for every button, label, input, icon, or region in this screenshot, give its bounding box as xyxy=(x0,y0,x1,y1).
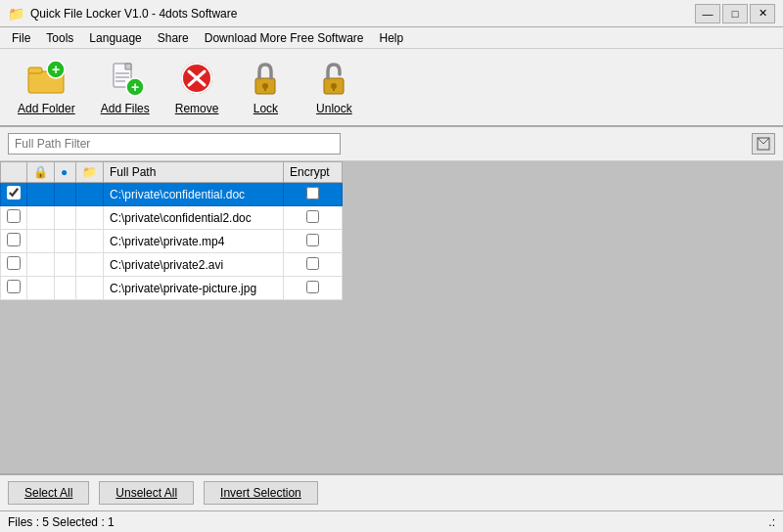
row-lock-icon xyxy=(27,183,55,206)
lock-icon xyxy=(246,59,285,98)
row-encrypt-cell xyxy=(284,206,343,230)
menu-language[interactable]: Language xyxy=(81,27,149,48)
lock-label: Lock xyxy=(253,102,278,115)
row-checkbox-cell xyxy=(1,206,27,230)
svg-text:+: + xyxy=(52,62,60,77)
remove-button[interactable]: Remove xyxy=(167,55,227,119)
table-header: 🔒 ● 📁 Full Path Encrypt xyxy=(1,162,343,183)
add-files-button[interactable]: + Add Files xyxy=(93,55,158,119)
header-fullpath: Full Path xyxy=(104,162,284,183)
menu-share[interactable]: Share xyxy=(150,27,197,48)
row-encrypt-cell xyxy=(284,277,343,300)
row-encrypt-checkbox[interactable] xyxy=(306,257,319,270)
file-table: 🔒 ● 📁 Full Path Encrypt C:\private\confi… xyxy=(0,161,343,300)
row-encrypt-checkbox[interactable] xyxy=(306,234,319,246)
menu-download[interactable]: Download More Free Software xyxy=(197,27,372,48)
svg-text:+: + xyxy=(131,79,139,95)
add-files-label: Add Files xyxy=(101,102,150,115)
row-path: C:\private\private.mp4 xyxy=(104,230,284,253)
close-button[interactable]: ✕ xyxy=(750,4,775,23)
row-encrypt-cell xyxy=(284,183,343,206)
add-folder-label: Add Folder xyxy=(18,102,75,115)
lock-header-icon: 🔒 xyxy=(33,165,48,179)
filter-input[interactable] xyxy=(8,133,341,155)
app-icon: 📁 xyxy=(8,6,24,22)
header-dot: ● xyxy=(55,162,76,183)
row-folder-icon xyxy=(76,183,104,206)
unlock-label: Unlock xyxy=(316,102,352,115)
row-encrypt-checkbox[interactable] xyxy=(306,210,319,223)
row-lock-icon xyxy=(27,277,55,300)
header-encrypt: Encrypt xyxy=(284,162,343,183)
table-container: 🔒 ● 📁 Full Path Encrypt C:\private\confi… xyxy=(0,161,783,473)
row-checkbox-cell xyxy=(1,253,27,277)
folder-header-icon: 📁 xyxy=(82,165,97,179)
header-check xyxy=(1,162,27,183)
invert-selection-button[interactable]: Invert Selection xyxy=(204,481,318,505)
menu-file[interactable]: File xyxy=(4,27,38,48)
row-checkbox-cell xyxy=(1,230,27,253)
row-checkbox-cell xyxy=(1,277,27,300)
select-all-button[interactable]: Select All xyxy=(8,481,89,505)
table-row[interactable]: C:\private\confidential2.doc xyxy=(1,206,343,230)
row-dot-icon xyxy=(55,253,76,277)
row-encrypt-checkbox[interactable] xyxy=(306,281,319,293)
row-checkbox[interactable] xyxy=(7,186,21,200)
main-content: 🔒 ● 📁 Full Path Encrypt C:\private\confi… xyxy=(0,161,783,473)
row-checkbox[interactable] xyxy=(7,233,21,246)
row-dot-icon xyxy=(55,230,76,253)
row-lock-icon xyxy=(27,253,55,277)
row-folder-icon xyxy=(76,277,104,300)
svg-rect-1 xyxy=(28,67,42,73)
row-encrypt-cell xyxy=(284,230,343,253)
row-dot-icon xyxy=(55,183,76,206)
dot-header-icon: ● xyxy=(61,165,68,179)
table-row[interactable]: C:\private\private2.avi xyxy=(1,253,343,277)
status-right: .: xyxy=(768,515,775,529)
title-controls: — □ ✕ xyxy=(695,4,775,23)
svg-rect-19 xyxy=(333,86,335,91)
row-encrypt-cell xyxy=(284,253,343,277)
lock-button[interactable]: Lock xyxy=(236,55,295,119)
row-path: C:\private\confidential.doc xyxy=(104,183,284,206)
maximize-button[interactable]: □ xyxy=(722,4,748,23)
table-row[interactable]: C:\private\private-picture.jpg xyxy=(1,277,343,300)
filter-bar xyxy=(0,127,783,161)
bottom-bar: Select All Unselect All Invert Selection xyxy=(0,473,783,510)
title-left: 📁 Quick File Locker V1.0 - 4dots Softwar… xyxy=(8,6,237,22)
status-text: Files : 5 Selected : 1 xyxy=(8,515,115,529)
unlock-button[interactable]: Unlock xyxy=(304,55,363,119)
row-path: C:\private\private-picture.jpg xyxy=(104,277,284,300)
add-folder-icon: + xyxy=(26,59,66,98)
toolbar: + Add Folder + Add Files xyxy=(0,49,783,127)
add-files-icon: + xyxy=(106,59,145,98)
row-folder-icon xyxy=(76,206,104,230)
menu-tools[interactable]: Tools xyxy=(38,27,81,48)
row-lock-icon xyxy=(27,206,55,230)
table-row[interactable]: C:\private\private.mp4 xyxy=(1,230,343,253)
app-title: Quick File Locker V1.0 - 4dots Software xyxy=(30,7,237,21)
remove-icon xyxy=(177,59,216,98)
row-path: C:\private\confidential2.doc xyxy=(104,206,284,230)
menu-help[interactable]: Help xyxy=(372,27,412,48)
row-dot-icon xyxy=(55,277,76,300)
row-lock-icon xyxy=(27,230,55,253)
row-encrypt-checkbox[interactable] xyxy=(306,187,319,200)
remove-label: Remove xyxy=(175,102,219,115)
add-folder-button[interactable]: + Add Folder xyxy=(10,55,83,119)
row-folder-icon xyxy=(76,253,104,277)
minimize-button[interactable]: — xyxy=(695,4,720,23)
row-checkbox[interactable] xyxy=(7,209,21,223)
header-lock: 🔒 xyxy=(27,162,55,183)
row-checkbox[interactable] xyxy=(7,256,21,270)
filter-button[interactable] xyxy=(752,133,775,155)
status-bar: Files : 5 Selected : 1 .: xyxy=(0,510,783,532)
title-bar: 📁 Quick File Locker V1.0 - 4dots Softwar… xyxy=(0,0,783,27)
row-checkbox[interactable] xyxy=(7,280,21,293)
unselect-all-button[interactable]: Unselect All xyxy=(99,481,194,505)
svg-rect-16 xyxy=(264,86,266,91)
menu-bar: File Tools Language Share Download More … xyxy=(0,27,783,49)
row-dot-icon xyxy=(55,206,76,230)
row-path: C:\private\private2.avi xyxy=(104,253,284,277)
table-row[interactable]: C:\private\confidential.doc xyxy=(1,183,343,206)
